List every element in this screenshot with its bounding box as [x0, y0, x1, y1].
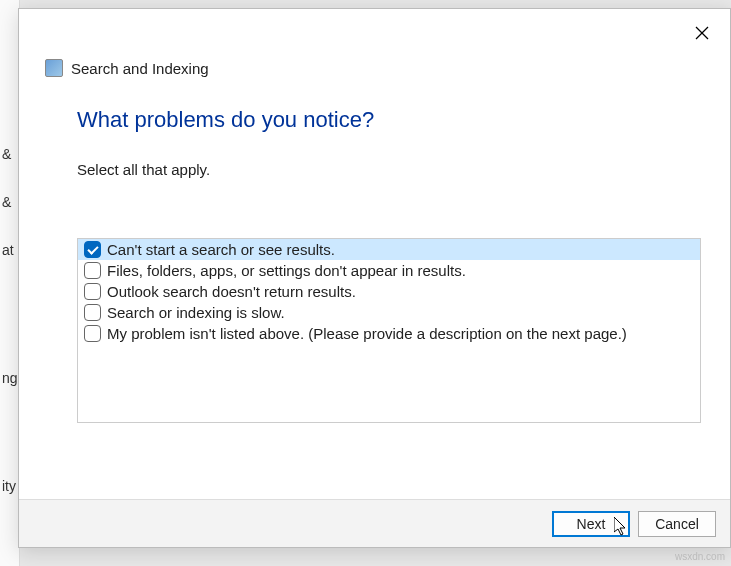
dialog-footer: Next Cancel [19, 499, 730, 547]
dialog-title: Search and Indexing [71, 60, 209, 77]
option-cant-start-search[interactable]: Can't start a search or see results. [78, 239, 700, 260]
option-label: Files, folders, apps, or settings don't … [107, 262, 466, 279]
option-search-slow[interactable]: Search or indexing is slow. [78, 302, 700, 323]
next-button[interactable]: Next [552, 511, 630, 537]
option-label: My problem isn't listed above. (Please p… [107, 325, 627, 342]
option-not-listed[interactable]: My problem isn't listed above. (Please p… [78, 323, 700, 344]
option-outlook-search[interactable]: Outlook search doesn't return results. [78, 281, 700, 302]
checkbox-icon[interactable] [84, 325, 101, 342]
page-heading: What problems do you notice? [77, 107, 700, 133]
checkbox-icon[interactable] [84, 241, 101, 258]
option-label: Can't start a search or see results. [107, 241, 335, 258]
troubleshooter-dialog: Search and Indexing What problems do you… [18, 8, 731, 548]
background-sidebar: & & at ng ity [0, 0, 20, 566]
option-label: Search or indexing is slow. [107, 304, 285, 321]
option-files-not-in-results[interactable]: Files, folders, apps, or settings don't … [78, 260, 700, 281]
problem-options-list: Can't start a search or see results. Fil… [77, 238, 701, 423]
dialog-header: Search and Indexing [45, 59, 209, 77]
checkbox-icon[interactable] [84, 262, 101, 279]
close-icon [695, 26, 709, 40]
cancel-button[interactable]: Cancel [638, 511, 716, 537]
checkbox-icon[interactable] [84, 283, 101, 300]
watermark: wsxdn.com [675, 551, 725, 562]
option-label: Outlook search doesn't return results. [107, 283, 356, 300]
troubleshooter-icon [45, 59, 63, 77]
close-button[interactable] [688, 19, 716, 47]
page-subtext: Select all that apply. [77, 161, 700, 178]
dialog-content: What problems do you notice? Select all … [77, 107, 700, 423]
checkbox-icon[interactable] [84, 304, 101, 321]
